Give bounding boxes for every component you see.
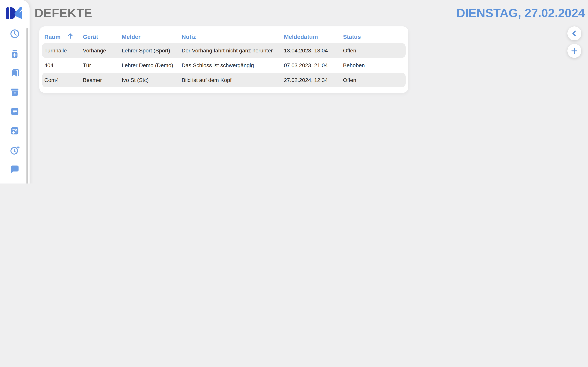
app-logo bbox=[6, 7, 22, 19]
column-label: Meldedatum bbox=[284, 33, 318, 40]
sidebar-item-more-time[interactable] bbox=[10, 145, 20, 155]
column-header-meldedatum[interactable]: Meldedatum bbox=[284, 33, 343, 40]
column-label: Status bbox=[343, 33, 361, 40]
calculator-icon bbox=[10, 126, 20, 136]
medication-icon bbox=[10, 49, 20, 59]
table-row[interactable]: Com4 Beamer Ivo St (Stc) Bild ist auf de… bbox=[42, 73, 406, 87]
cell-status: Offen bbox=[343, 47, 406, 54]
add-entry-button[interactable] bbox=[567, 44, 581, 58]
table-header-row: Raum Gerät Melder Notiz Meldedatum Statu… bbox=[42, 30, 406, 43]
sidebar-item-calculator[interactable] bbox=[10, 126, 20, 136]
table-row[interactable]: 404 Tür Lehrer Demo (Demo) Das Schloss i… bbox=[42, 58, 406, 73]
column-header-geraet[interactable]: Gerät bbox=[83, 33, 122, 40]
sidebar-item-chat[interactable] bbox=[10, 164, 20, 174]
sidebar-item-article[interactable] bbox=[10, 106, 20, 117]
column-label: Gerät bbox=[83, 33, 98, 40]
header-date: DIENSTAG, 27.02.2024 bbox=[456, 6, 585, 20]
sidebar-item-medication[interactable] bbox=[10, 49, 20, 59]
column-label: Raum bbox=[44, 33, 61, 40]
archive-icon bbox=[10, 87, 20, 97]
cell-meldedatum: 27.02.2024, 12:34 bbox=[284, 77, 343, 83]
cell-notiz: Bild ist auf dem Kopf bbox=[182, 77, 284, 83]
column-header-raum[interactable]: Raum bbox=[44, 32, 83, 41]
cell-status: Behoben bbox=[343, 62, 406, 68]
chevron-left-icon bbox=[570, 29, 579, 38]
column-header-melder[interactable]: Melder bbox=[122, 33, 182, 40]
cell-geraet: Tür bbox=[83, 62, 122, 68]
collapse-panel-button[interactable] bbox=[567, 26, 581, 40]
app-window: DEFEKTE DIENSTAG, 27.02.2024 Raum Gerät … bbox=[0, 0, 588, 184]
plus-icon bbox=[570, 47, 579, 55]
sidebar bbox=[0, 0, 30, 184]
sidebar-item-bookmarks[interactable] bbox=[10, 67, 20, 78]
cell-melder: Lehrer Sport (Sport) bbox=[122, 47, 182, 54]
sidebar-scrollbar[interactable] bbox=[26, 28, 28, 184]
sort-ascending-icon bbox=[66, 32, 74, 41]
cell-melder: Ivo St (Stc) bbox=[122, 77, 182, 83]
page-title: DEFEKTE bbox=[35, 6, 92, 20]
column-label: Notiz bbox=[182, 33, 196, 40]
cell-raum: Com4 bbox=[44, 77, 83, 83]
table-row[interactable]: Turnhalle Vorhänge Lehrer Sport (Sport) … bbox=[42, 43, 406, 58]
defects-table-card: Raum Gerät Melder Notiz Meldedatum Statu… bbox=[39, 26, 408, 93]
column-header-status[interactable]: Status bbox=[343, 33, 406, 40]
bookmarks-icon bbox=[10, 67, 20, 78]
cell-notiz: Das Schloss ist schwergängig bbox=[182, 62, 284, 68]
cell-raum: 404 bbox=[44, 62, 83, 68]
more-time-icon bbox=[10, 145, 20, 155]
cell-raum: Turnhalle bbox=[44, 47, 83, 54]
cell-meldedatum: 13.04.2023, 13:04 bbox=[284, 47, 343, 54]
cell-geraet: Vorhänge bbox=[83, 47, 122, 54]
history-clock-icon bbox=[10, 29, 20, 39]
column-label: Melder bbox=[122, 33, 141, 40]
cell-notiz: Der Vorhang fährt nicht ganz herunter bbox=[182, 47, 284, 54]
cell-status: Offen bbox=[343, 77, 406, 83]
cell-meldedatum: 07.03.2023, 21:04 bbox=[284, 62, 343, 68]
sidebar-item-archive[interactable] bbox=[10, 87, 20, 97]
sidebar-item-history[interactable] bbox=[10, 29, 20, 39]
chat-icon bbox=[10, 164, 20, 174]
column-header-notiz[interactable]: Notiz bbox=[182, 33, 284, 40]
cell-geraet: Beamer bbox=[83, 77, 122, 83]
cell-melder: Lehrer Demo (Demo) bbox=[122, 62, 182, 68]
article-icon bbox=[10, 106, 20, 117]
